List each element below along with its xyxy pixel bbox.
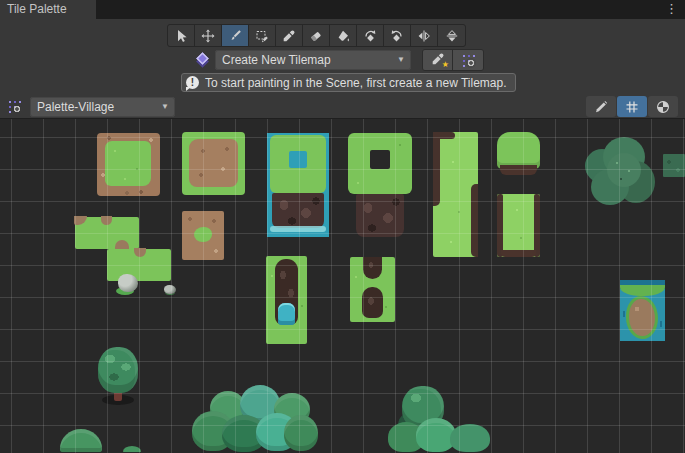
tile-part-pool [278, 303, 295, 325]
tool-strip [167, 24, 466, 47]
tab-tile-palette[interactable]: Tile Palette [0, 0, 96, 19]
tile-part-inner-grass [105, 141, 151, 186]
tool-flip-vertical-button[interactable] [438, 25, 465, 46]
kebab-menu-icon[interactable]: ⋮ [665, 0, 678, 19]
tile-grass-patch-dirt-border[interactable] [97, 133, 160, 196]
tile-bush-cluster-large[interactable] [192, 385, 318, 452]
tile-part-canopy [98, 347, 138, 393]
tile-part-pt [363, 257, 382, 279]
tile-tree-single[interactable] [96, 347, 140, 405]
palette-bar: Palette-Village ▼ [0, 94, 685, 119]
tab-strip: Tile Palette ⋮ [0, 0, 685, 19]
tile-water-grass-ring-cliff[interactable] [267, 133, 329, 237]
tile-part-edge-l [433, 132, 440, 206]
tool-move-button[interactable] [195, 25, 222, 46]
tool-paintbrush-button[interactable] [222, 25, 249, 46]
tool-box-fill-button[interactable] [249, 25, 276, 46]
tilemap-mini-buttons: ★ [422, 49, 484, 71]
tile-part-edge-l2 [497, 194, 503, 257]
active-tilemap-dropdown[interactable]: Create New Tilemap ▼ [215, 50, 411, 70]
tile-grass-path-vertical[interactable] [433, 132, 478, 257]
tile-part-stone-sm [164, 285, 176, 294]
tile-part-cliff2 [356, 194, 404, 237]
tile-part-mound [497, 132, 540, 169]
tile-bush-mound-tiny[interactable] [123, 446, 141, 452]
tile-tree-with-bushes[interactable] [388, 386, 492, 452]
tile-part-qi [629, 299, 655, 336]
edit-palette-button[interactable] [586, 96, 616, 117]
tool-fill-button[interactable] [330, 25, 357, 46]
tile-part-cliff [272, 193, 324, 228]
gizmos-button[interactable] [648, 96, 678, 117]
edit-brush-button[interactable]: ★ [423, 50, 453, 70]
tile-dirt-tile-grass-hole[interactable] [182, 211, 224, 260]
tile-part-dirt-bottom [500, 165, 537, 175]
tool-picker-button[interactable] [276, 25, 303, 46]
tile-grass-corner-tiles-a[interactable] [75, 217, 139, 249]
warning-row: ! To start painting in the Scene, first … [181, 73, 516, 92]
palette-view-buttons [586, 96, 678, 117]
tile-trench-with-pool[interactable] [266, 256, 307, 344]
tile-part-u7 [284, 415, 318, 451]
tile-part-hole2 [370, 150, 390, 169]
palette-dropdown[interactable]: Palette-Village ▼ [30, 97, 175, 117]
tile-grass-strip-dirt-edges[interactable] [497, 194, 540, 257]
palette-grid-icon [461, 53, 475, 67]
toggle-grid-button[interactable] [617, 96, 647, 117]
palette-asset-button[interactable] [453, 50, 483, 70]
tile-part-dirt-bottom2 [501, 250, 536, 257]
tile-rock-small[interactable] [164, 285, 177, 296]
tool-eraser-button[interactable] [303, 25, 330, 46]
tile-bush-mound-small[interactable] [60, 429, 102, 452]
tile-palette-window: Tile Palette ⋮ Create New Tilemap ▼ ★ [0, 0, 685, 453]
tile-part-j1 [74, 216, 87, 225]
tile-part-waterline [270, 226, 326, 232]
tilemap-row: Create New Tilemap ▼ ★ [195, 50, 484, 70]
tool-rotate-cw-button[interactable] [384, 25, 411, 46]
tile-part-qf [620, 285, 665, 296]
tool-select-button[interactable] [168, 25, 195, 46]
tool-flip-horizontal-button[interactable] [411, 25, 438, 46]
tile-dirt-patch-grass-border[interactable] [182, 132, 245, 195]
tilemap-layers-icon [195, 53, 210, 68]
tile-part-grass-hole [194, 227, 212, 242]
tile-part-stone [118, 274, 138, 292]
tile-trench-ends-pair[interactable] [350, 257, 395, 322]
tile-part-v4 [450, 424, 490, 452]
tool-rotate-ccw-button[interactable] [357, 25, 384, 46]
tile-water-island[interactable] [620, 280, 665, 341]
active-tilemap-value: Create New Tilemap [222, 53, 331, 67]
warning-text: To start painting in the Scene, first cr… [205, 76, 507, 90]
palette-dropdown-value: Palette-Village [37, 100, 114, 114]
tile-part-k1 [134, 248, 146, 257]
tile-part-h5 [607, 153, 641, 187]
tile-grass-ring-hole-cliff[interactable] [348, 133, 412, 237]
palette-grid-icon [7, 99, 21, 113]
tile-palette-canvas[interactable] [0, 119, 685, 453]
tile-part-edge-r [471, 184, 478, 257]
tile-dark-tree-cluster[interactable] [585, 137, 655, 205]
tile-part-pb [362, 287, 383, 318]
tile-part-j2 [101, 216, 112, 225]
warning-pill: ! To start painting in the Scene, first … [181, 73, 516, 92]
tile-part-hole [289, 151, 307, 168]
tile-grass-mound-dirt-base[interactable] [497, 132, 540, 175]
chevron-down-icon: ▼ [161, 102, 169, 111]
tile-part-edge-r2 [534, 194, 540, 257]
header-panel: Create New Tilemap ▼ ★ ! To start painti… [0, 19, 685, 94]
window-title: Tile Palette [7, 2, 67, 16]
tile-part-inner-dirt [189, 139, 238, 187]
star-icon: ★ [442, 61, 449, 69]
tile-dark-foliage-square[interactable] [663, 154, 685, 177]
chevron-down-icon: ▼ [397, 55, 405, 64]
info-exclamation-icon: ! [186, 76, 199, 89]
tile-rock-large[interactable] [116, 274, 140, 296]
